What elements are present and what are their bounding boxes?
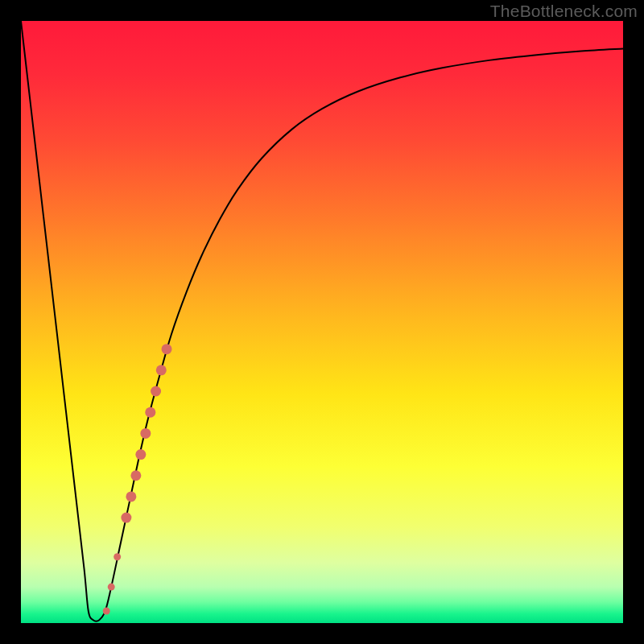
gradient-background [21, 21, 623, 623]
highlight-dot [135, 449, 146, 460]
chart-frame: TheBottleneck.com [0, 0, 644, 644]
plot-area [21, 21, 623, 623]
highlight-dot [162, 344, 172, 354]
highlight-dot [156, 365, 167, 375]
highlight-dot [151, 386, 161, 397]
highlight-dot [121, 513, 131, 523]
watermark-text: TheBottleneck.com [490, 2, 638, 21]
highlight-dot [145, 407, 155, 418]
highlight-dot [103, 608, 110, 615]
highlight-dot [108, 584, 115, 591]
chart-svg [21, 21, 623, 623]
highlight-dot [114, 553, 121, 560]
highlight-dot [140, 428, 151, 439]
highlight-dot [130, 470, 141, 481]
highlight-dot [126, 491, 136, 502]
